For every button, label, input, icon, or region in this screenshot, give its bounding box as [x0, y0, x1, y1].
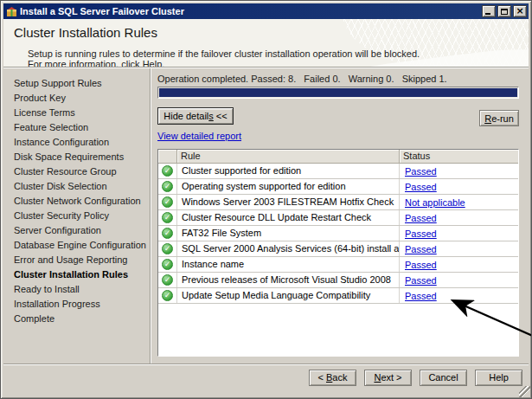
rules-table-body: ✓ Cluster supported for edition Passed ✓…: [158, 164, 518, 304]
maximize-icon: [501, 9, 508, 15]
sidebar-item: License Terms: [3, 106, 150, 120]
sidebar-item: Disk Space Requirements: [3, 150, 150, 164]
passed-check-icon: ✓: [158, 210, 177, 225]
minimize-button[interactable]: [482, 5, 496, 17]
resize-grip[interactable]: [519, 386, 530, 397]
body: Setup Support Rules Product Key License …: [3, 68, 529, 364]
rule-cell: Cluster Resource DLL Update Restart Chec…: [177, 210, 400, 225]
rule-cell: Previous releases of Microsoft Visual St…: [177, 273, 400, 287]
passed-check-icon: ✓: [158, 226, 177, 241]
passed-check-icon: ✓: [158, 257, 177, 272]
status-cell: Passed: [400, 291, 518, 301]
rule-column-header[interactable]: Rule: [177, 150, 400, 163]
close-button[interactable]: ×: [513, 5, 527, 17]
rules-table-header: Rule Status: [158, 150, 518, 164]
status-link[interactable]: Passed: [405, 166, 437, 177]
passed-check-icon: ✓: [158, 241, 177, 256]
content-pane: Operation completed. Passed: 8. Failed 0…: [151, 68, 529, 364]
rule-cell: Cluster supported for edition: [177, 164, 400, 178]
maximize-button[interactable]: [497, 5, 511, 17]
progress-bar: [157, 87, 519, 99]
status-cell: Not applicable: [400, 197, 518, 208]
status-cell: Passed: [400, 275, 518, 286]
status-link[interactable]: Passed: [405, 275, 437, 286]
sidebar-item: Feature Selection: [3, 120, 150, 135]
passed-check-icon: ✓: [158, 288, 177, 303]
sidebar-item: Error and Usage Reporting: [3, 253, 150, 267]
status-cell: Passed: [400, 228, 518, 239]
passed-check-icon: ✓: [158, 195, 177, 209]
status-cell: Passed: [400, 244, 518, 254]
status-link[interactable]: Passed: [405, 260, 437, 270]
sidebar-item: Cluster Network Configuration: [3, 194, 150, 209]
sidebar-item: Server Configuration: [3, 223, 150, 238]
button-bar: < Back Next > Cancel Help: [3, 364, 529, 396]
status-cell: Passed: [400, 213, 518, 223]
rule-cell: FAT32 File System: [177, 226, 400, 241]
sidebar-item: Database Engine Configuration: [3, 238, 150, 253]
table-row[interactable]: ✓ Cluster supported for edition Passed: [158, 164, 518, 179]
titlebar: Install a SQL Server Failover Cluster ×: [3, 3, 529, 19]
table-row[interactable]: ✓ Instance name Passed: [158, 257, 518, 273]
minimize-icon: [485, 13, 490, 15]
status-link[interactable]: Not applicable: [405, 197, 465, 208]
page-title: Cluster Installation Rules: [14, 25, 157, 40]
status-cell: Passed: [400, 166, 518, 177]
progress-bar-fill: [159, 88, 517, 97]
rerun-button[interactable]: Re-run: [479, 110, 519, 126]
status-link[interactable]: Passed: [405, 291, 437, 301]
status-link[interactable]: Passed: [405, 182, 437, 192]
cancel-button[interactable]: Cancel: [420, 370, 467, 386]
status-cell: Passed: [400, 182, 518, 192]
status-link[interactable]: Passed: [405, 244, 437, 254]
operation-status-text: Operation completed. Passed: 8. Failed 0…: [157, 74, 519, 86]
table-row[interactable]: ✓ Update Setup Media Language Compatibil…: [158, 288, 518, 304]
view-detailed-report-link[interactable]: View detailed report: [157, 131, 241, 141]
table-row[interactable]: ✓ FAT32 File System Passed: [158, 226, 518, 241]
back-button[interactable]: < Back: [309, 370, 356, 386]
sidebar-item: Cluster Installation Rules: [3, 267, 150, 282]
status-link[interactable]: Passed: [405, 228, 437, 239]
rule-cell: Instance name: [177, 257, 400, 272]
sidebar-item: Cluster Security Policy: [3, 209, 150, 223]
sidebar-item: Cluster Disk Selection: [3, 179, 150, 194]
table-row[interactable]: ✓ Operating system supported for edition…: [158, 179, 518, 195]
rule-cell: Operating system supported for edition: [177, 179, 400, 194]
icon-column-header[interactable]: [158, 150, 177, 163]
sidebar-item: Installation Progress: [3, 297, 150, 312]
sidebar-item: Setup Support Rules: [3, 76, 150, 91]
table-row[interactable]: ✓ Cluster Resource DLL Update Restart Ch…: [158, 210, 518, 226]
sidebar-item: Cluster Resource Group: [3, 164, 150, 179]
wizard-window: Install a SQL Server Failover Cluster × …: [0, 0, 532, 399]
rule-cell: Update Setup Media Language Compatibilit…: [177, 288, 400, 303]
hide-details-button[interactable]: Hide details <<: [157, 107, 234, 125]
passed-check-icon: ✓: [158, 273, 177, 287]
window-title: Install a SQL Server Failover Cluster: [20, 6, 482, 16]
rule-cell: Windows Server 2003 FILESTREAM Hotfix Ch…: [177, 195, 400, 209]
table-row[interactable]: ✓ Windows Server 2003 FILESTREAM Hotfix …: [158, 195, 518, 210]
passed-check-icon: ✓: [158, 179, 177, 194]
status-link[interactable]: Passed: [405, 213, 437, 223]
next-button[interactable]: Next >: [364, 370, 412, 386]
help-button[interactable]: Help: [475, 370, 522, 386]
sidebar-item: Ready to Install: [3, 282, 150, 297]
rule-cell: SQL Server 2000 Analysis Services (64-bi…: [177, 241, 400, 256]
sidebar-item: Instance Configuration: [3, 135, 150, 150]
table-row[interactable]: ✓ SQL Server 2000 Analysis Services (64-…: [158, 241, 518, 257]
close-icon: ×: [516, 7, 523, 16]
table-row[interactable]: ✓ Previous releases of Microsoft Visual …: [158, 273, 518, 288]
page-header: Cluster Installation Rules Setup is runn…: [3, 19, 529, 68]
page-subtitle: Setup is running rules to determine if t…: [28, 48, 434, 68]
app-icon: [6, 6, 17, 17]
status-cell: Passed: [400, 260, 518, 270]
status-column-header[interactable]: Status: [400, 150, 518, 163]
rules-table: Rule Status ✓ Cluster supported for edit…: [157, 149, 519, 357]
sidebar-item: Product Key: [3, 91, 150, 106]
passed-check-icon: ✓: [158, 164, 177, 178]
sidebar-item: Complete: [3, 312, 150, 326]
wizard-steps-sidebar: Setup Support Rules Product Key License …: [3, 68, 151, 364]
